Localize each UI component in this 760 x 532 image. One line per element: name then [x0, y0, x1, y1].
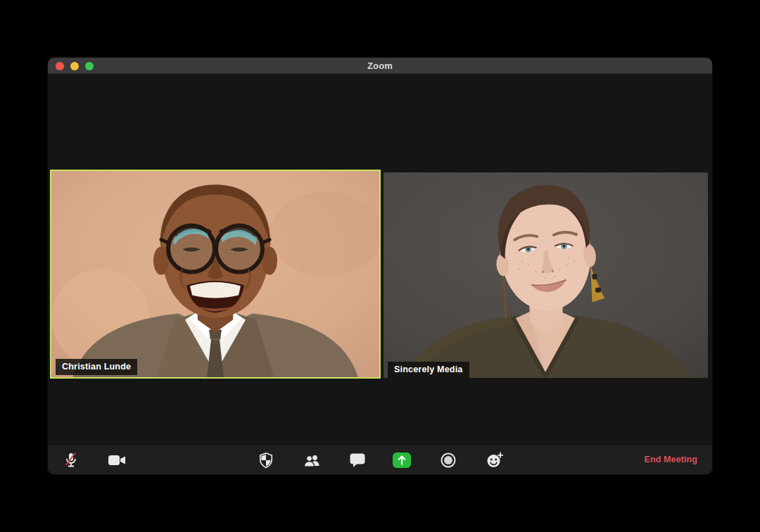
security-button[interactable]	[251, 445, 281, 474]
video-camera-icon	[108, 454, 126, 467]
reactions-icon	[486, 452, 504, 469]
zoom-window: Zoom	[48, 58, 712, 474]
security-shield-icon	[258, 452, 274, 469]
share-screen-icon	[392, 452, 412, 469]
meeting-toolbar: End Meeting	[48, 445, 712, 474]
video-tile-participant[interactable]: Sincerely Media	[384, 172, 708, 378]
share-screen-button[interactable]	[386, 445, 417, 474]
participant-video-portrait	[51, 171, 379, 377]
stop-video-button[interactable]	[101, 445, 132, 474]
participants-icon	[303, 452, 322, 468]
participant-video-portrait	[384, 172, 708, 378]
microphone-muted-icon	[63, 451, 80, 469]
record-button[interactable]	[433, 445, 464, 474]
video-tile-active-speaker[interactable]: Christian Lunde	[50, 170, 381, 379]
reactions-button[interactable]	[479, 445, 510, 474]
meeting-stage: Christian Lunde	[48, 74, 712, 445]
participant-name-label: Christian Lunde	[56, 359, 137, 375]
end-meeting-button[interactable]: End Meeting	[645, 445, 697, 474]
record-icon	[440, 452, 457, 469]
participants-button[interactable]	[297, 445, 328, 474]
window-titlebar[interactable]: Zoom	[48, 58, 712, 74]
chat-icon	[349, 452, 366, 468]
chat-button[interactable]	[342, 445, 373, 474]
participant-name-label: Sincerely Media	[388, 362, 469, 378]
window-title: Zoom	[48, 58, 712, 73]
desktop-background: { "window": { "title": "Zoom" }, "partic…	[0, 0, 760, 532]
mute-button[interactable]	[56, 445, 87, 474]
